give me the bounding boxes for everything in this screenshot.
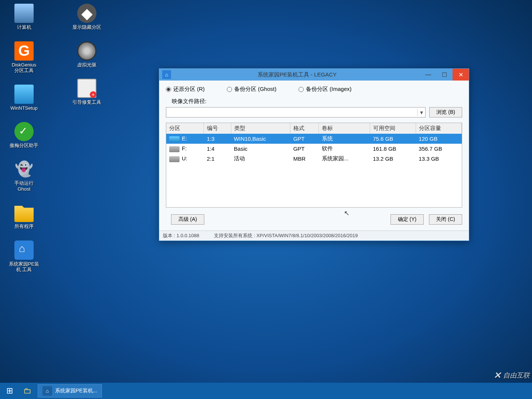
maximize-button[interactable]: ☐ (436, 69, 453, 81)
table-row[interactable]: F:1:4BasicGPT软件161.8 GB356.7 GB (166, 144, 462, 154)
version-label: 版本 : 1.0.0.1088 (163, 232, 199, 239)
th-type[interactable]: 类型 (231, 123, 290, 134)
desktop-boot-repair[interactable]: 引导修复工具 (70, 79, 103, 105)
task-app-icon: ⌂ (42, 386, 52, 396)
desktop-show-hidden[interactable]: ◆显示隐藏分区 (70, 4, 103, 30)
pe-installer-window: ⌂ 系统家园PE装机工具 - LEGACY — ☐ ✕ 还原分区 (R) 备份分… (159, 68, 469, 241)
th-free[interactable]: 可用空间 (370, 123, 416, 134)
table-row[interactable]: U:2:1活动MBR系统家园...13.2 GB13.3 GB (166, 154, 462, 164)
partition-table: 分区 编号 类型 格式 卷标 可用空间 分区容量 E:1:3WIN10,Basi… (166, 123, 462, 208)
desktop-ghost[interactable]: 👻手动运行 Ghost (7, 160, 41, 192)
chevron-down-icon[interactable]: ▾ (417, 109, 425, 116)
desktop-virtual-cd[interactable]: 虚拟光驱 (70, 41, 103, 68)
th-format[interactable]: 格式 (290, 123, 319, 134)
advanced-button[interactable]: 高级 (A) (171, 214, 204, 225)
taskbar-task-pe-installer[interactable]: ⌂ 系统家园PE装机... (38, 384, 102, 398)
th-partition[interactable]: 分区 (166, 123, 204, 134)
table-row[interactable]: E:1:3WIN10,BasicGPT系统75.6 GB120 GB (166, 134, 462, 144)
drive-icon (169, 136, 180, 142)
image-path-label: 映像文件路径: (166, 98, 462, 105)
radio-restore-partition[interactable]: 还原分区 (R) (166, 86, 205, 93)
th-number[interactable]: 编号 (204, 123, 231, 134)
cursor-icon: ↖ (344, 209, 349, 217)
radio-backup-imagex[interactable]: 备份分区 (Imagex) (299, 86, 351, 93)
start-button[interactable]: ⊞ (2, 386, 17, 396)
support-label: 支持安装所有系统 : XP/VISTA/WIN7/8/8.1/10/2003/2… (214, 232, 358, 239)
radio-dot-icon (166, 87, 171, 92)
titlebar[interactable]: ⌂ 系统家园PE装机工具 - LEGACY — ☐ ✕ (159, 69, 469, 81)
close-button[interactable]: ✕ (453, 69, 469, 81)
app-icon: ⌂ (162, 70, 171, 79)
ok-button[interactable]: 确定 (Y) (391, 214, 424, 225)
window-title: 系统家园PE装机工具 - LEGACY (174, 71, 420, 78)
desktop-pe-tool[interactable]: 系统家园PE装 机 工具 (7, 241, 41, 273)
th-capacity[interactable]: 分区容量 (416, 123, 461, 134)
browse-button[interactable]: 浏览 (B) (429, 107, 462, 117)
radio-dot-icon (227, 87, 232, 92)
radio-dot-icon (299, 87, 304, 92)
desktop-winntsetup[interactable]: WinNTSetup (7, 85, 41, 111)
taskbar-explorer[interactable]: 🗀 (20, 384, 35, 398)
desktop-aomei[interactable]: 傲梅分区助手 (7, 122, 41, 149)
th-volume[interactable]: 卷标 (319, 123, 370, 134)
desktop-diskgenius[interactable]: GDiskGenius 分区工具 (7, 41, 41, 74)
radio-backup-ghost[interactable]: 备份分区 (Ghost) (227, 86, 276, 93)
drive-icon (169, 146, 180, 152)
desktop-computer[interactable]: 计算机 (7, 4, 41, 30)
image-path-combo[interactable]: ▾ (166, 107, 426, 117)
watermark: ✕自由互联 (494, 370, 530, 381)
minimize-button[interactable]: — (420, 69, 436, 81)
status-bar: 版本 : 1.0.0.1088 支持安装所有系统 : XP/VISTA/WIN7… (159, 231, 469, 241)
taskbar: ⊞ 🗀 ⌂ 系统家园PE装机... (0, 383, 532, 399)
drive-icon (169, 156, 180, 162)
desktop-all-programs[interactable]: 所有程序 (7, 203, 41, 229)
cancel-button[interactable]: 关闭 (C) (429, 214, 462, 225)
